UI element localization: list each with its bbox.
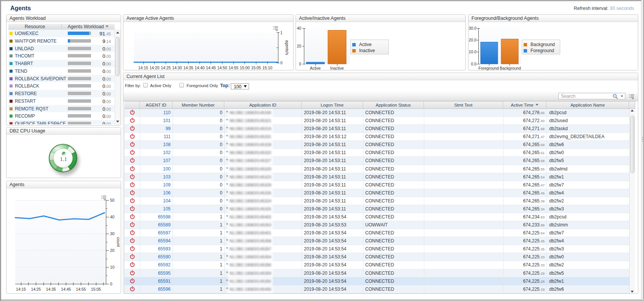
svg-text:1: 1: [280, 31, 283, 35]
svg-text:14:45: 14:45: [61, 287, 71, 291]
svg-text:14:55: 14:55: [76, 287, 86, 291]
svg-text:Active: Active: [310, 66, 321, 70]
svg-text:14:15: 14:15: [138, 66, 148, 70]
svg-text:14:35: 14:35: [46, 287, 56, 291]
svg-text:20: 20: [110, 248, 115, 253]
svg-text:14:30: 14:30: [172, 66, 182, 70]
svg-text:20.0: 20.0: [469, 38, 476, 42]
svg-text:0.0: 0.0: [471, 62, 477, 66]
svg-text:50: 50: [110, 198, 115, 202]
svg-text:14:25: 14:25: [31, 287, 41, 291]
svg-text:Foreground: Foreground: [478, 66, 499, 70]
svg-text:15:10: 15:10: [262, 66, 272, 70]
svg-text:14:50: 14:50: [217, 66, 227, 70]
svg-text:14:20: 14:20: [150, 66, 160, 70]
svg-text:14:40: 14:40: [195, 66, 205, 70]
svg-text:15:05: 15:05: [251, 66, 261, 70]
svg-text:Background: Background: [500, 66, 521, 70]
svg-text:14:25: 14:25: [161, 66, 171, 70]
svg-text:0: 0: [299, 62, 301, 66]
svg-text:30.0: 30.0: [469, 26, 476, 30]
svg-text:0: 0: [280, 61, 283, 65]
svg-text:15:00: 15:00: [240, 66, 250, 70]
svg-text:10: 10: [110, 265, 115, 269]
svg-text:0: 0: [110, 282, 112, 286]
svg-text:40: 40: [297, 26, 301, 30]
svg-text:10.0: 10.0: [469, 50, 476, 54]
svg-text:count: count: [116, 237, 120, 247]
svg-text:agents/s: agents/s: [285, 40, 289, 55]
svg-text:14:45: 14:45: [206, 66, 216, 70]
svg-text:40: 40: [110, 215, 115, 219]
svg-text:20: 20: [297, 44, 301, 48]
svg-text:30: 30: [110, 232, 115, 236]
svg-text:Inactive: Inactive: [330, 66, 344, 70]
svg-text:15:05: 15:05: [91, 287, 101, 291]
svg-text:14:55: 14:55: [229, 66, 238, 70]
svg-text:14:35: 14:35: [184, 66, 193, 70]
svg-text:14:15: 14:15: [16, 287, 26, 291]
